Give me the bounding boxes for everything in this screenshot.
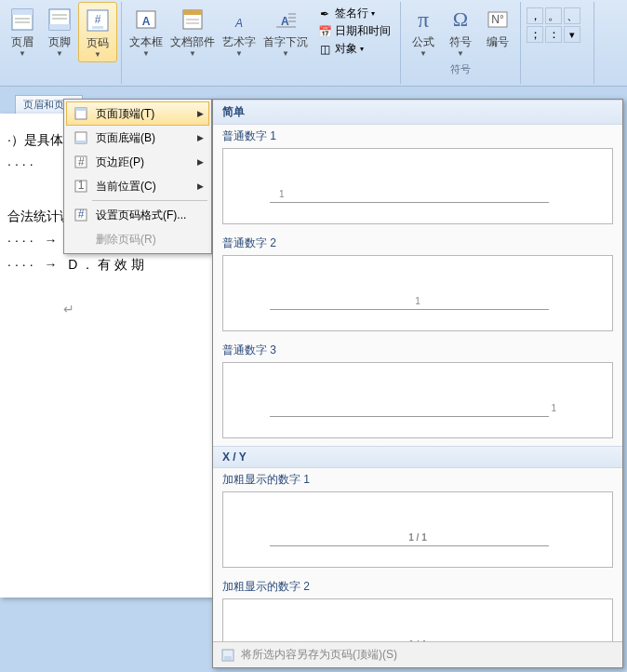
format-icon: # — [72, 207, 90, 223]
signature-button[interactable]: ✒签名行▾ — [314, 5, 394, 22]
wordart-button[interactable]: A 艺术字 ▼ — [219, 2, 260, 60]
chevron-down-icon: ▼ — [19, 49, 26, 58]
chevron-down-icon: ▼ — [235, 49, 243, 58]
svg-text:#: # — [78, 155, 85, 168]
number-button[interactable]: N° 编号 — [479, 2, 516, 60]
footer-button[interactable]: 页脚 ▼ — [41, 2, 78, 62]
menu-separator — [92, 200, 207, 201]
group-symbols: π 公式 ▼ Ω 符号 ▼ N° 编号 符号 — [401, 2, 521, 84]
dropcap-button[interactable]: A 首字下沉 ▼ — [260, 2, 312, 60]
pagenum-icon: # — [83, 6, 113, 35]
punct-more[interactable]: ▾ — [564, 26, 580, 43]
svg-rect-10 — [92, 26, 103, 29]
dropcap-icon: A — [271, 5, 300, 34]
header-icon — [7, 5, 37, 34]
svg-text:#: # — [95, 13, 101, 26]
number-label: 编号 — [487, 36, 509, 48]
svg-text:N°: N° — [491, 13, 504, 26]
gallery-scroll[interactable]: 简单 普通数字 1 1 普通数字 2 1 普通数字 3 1 X / Y 加粗显示… — [213, 100, 622, 641]
menu-current-pos[interactable]: 1 当前位置(C) ▶ — [66, 174, 209, 198]
signature-label: 签名行 — [335, 6, 368, 21]
punct-period-cn[interactable]: 。 — [545, 7, 562, 24]
menu-format-pagenum[interactable]: # 设置页码格式(F)... — [66, 203, 209, 227]
svg-text:1: 1 — [78, 179, 85, 192]
symbol-label: 符号 — [449, 36, 472, 48]
symbol-button[interactable]: Ω 符号 ▼ — [442, 2, 479, 60]
object-icon: ◫ — [317, 42, 332, 57]
page-margin-icon: # — [72, 154, 90, 170]
gallery-footer-label: 将所选内容另存为页码(顶端)(S) — [241, 647, 397, 663]
gallery-item-label: 普通数字 2 — [213, 232, 622, 253]
ribbon: 页眉 ▼ 页脚 ▼ # 页码 ▼ A 文本框 ▼ 文档部件 — [0, 0, 627, 87]
wordart-label: 艺术字 — [222, 36, 256, 48]
save-icon — [220, 648, 235, 663]
menu-label: 页面底端(B) — [96, 130, 197, 146]
gallery-item-bold2[interactable]: 1 / 1 — [222, 598, 613, 641]
punct-pause[interactable]: 、 — [564, 7, 580, 24]
svg-rect-14 — [183, 10, 202, 15]
chevron-down-icon: ▼ — [457, 49, 464, 58]
menu-remove-pagenum[interactable]: 删除页码(R) — [66, 227, 209, 251]
chevron-down-icon: ▼ — [94, 50, 101, 59]
svg-rect-5 — [49, 24, 70, 30]
header-button[interactable]: 页眉 ▼ — [4, 2, 41, 62]
group-headerfooter: 页眉 ▼ 页脚 ▼ # 页码 ▼ — [0, 2, 122, 84]
gallery-item-label: 普通数字 1 — [213, 125, 622, 146]
object-button[interactable]: ◫对象▾ — [314, 40, 394, 58]
datetime-label: 日期和时间 — [335, 23, 391, 39]
symbol-icon: Ω — [446, 5, 475, 34]
menu-page-bottom[interactable]: 页面底端(B) ▶ — [66, 126, 209, 150]
chevron-right-icon: ▶ — [197, 181, 204, 191]
wordart-icon: A — [224, 5, 254, 34]
svg-rect-26 — [75, 108, 87, 111]
gallery-item-plain3[interactable]: 1 — [222, 362, 613, 438]
menu-label: 当前位置(C) — [96, 179, 197, 195]
menu-page-top[interactable]: 页面顶端(T) ▶ — [66, 101, 209, 126]
parts-icon — [178, 5, 207, 34]
punct-semicolon[interactable]: ； — [527, 26, 543, 43]
symbols-group-label: 符号 — [450, 60, 471, 76]
menu-label: 设置页码格式(F)... — [96, 208, 204, 223]
chevron-down-icon: ▼ — [420, 49, 427, 58]
chevron-down-icon: ▼ — [56, 49, 63, 58]
gallery-item-label: 加粗显示的数字 2 — [213, 575, 622, 597]
pagenum-label: 页码 — [87, 37, 109, 49]
current-pos-icon: 1 — [72, 178, 90, 195]
svg-text:A: A — [281, 15, 289, 28]
parts-label: 文档部件 — [170, 36, 215, 48]
pagenum-gallery: 简单 普通数字 1 1 普通数字 2 1 普通数字 3 1 X / Y 加粗显示… — [212, 99, 623, 668]
punct-colon[interactable]: ： — [545, 26, 562, 43]
object-label: 对象 — [335, 41, 357, 57]
gallery-item-bold1[interactable]: 1 / 1 — [222, 491, 613, 568]
header-label: 页眉 — [11, 36, 33, 48]
gallery-item-plain2[interactable]: 1 — [222, 255, 613, 331]
chevron-down-icon: ▼ — [282, 49, 289, 58]
gallery-item-plain1[interactable]: 1 — [222, 148, 613, 224]
dropcap-label: 首字下沉 — [263, 36, 308, 48]
datetime-button[interactable]: 📅日期和时间 — [314, 22, 394, 40]
menu-label: 删除页码(R) — [96, 232, 204, 248]
chevron-right-icon: ▶ — [197, 109, 204, 118]
equation-button[interactable]: π 公式 ▼ — [405, 2, 442, 60]
page-top-icon — [72, 105, 90, 122]
chevron-right-icon: ▶ — [197, 157, 204, 167]
menu-page-margin[interactable]: # 页边距(P) ▶ — [66, 150, 209, 174]
gallery-category: 简单 — [213, 100, 622, 125]
punct-comma-cn[interactable]: ， — [527, 7, 543, 24]
number-icon: N° — [483, 5, 513, 34]
pagenum-button[interactable]: # 页码 ▼ — [78, 2, 117, 62]
menu-label: 页面顶端(T) — [96, 106, 197, 122]
pagenum-submenu: 页面顶端(T) ▶ 页面底端(B) ▶ # 页边距(P) ▶ 1 当前位置(C)… — [63, 99, 212, 254]
parts-button[interactable]: 文档部件 ▼ — [167, 2, 219, 60]
svg-rect-1 — [12, 9, 33, 15]
textbox-icon: A — [131, 5, 161, 34]
remove-icon — [72, 231, 90, 248]
gallery-item-label: 加粗显示的数字 1 — [213, 468, 622, 490]
equation-icon: π — [408, 5, 438, 34]
textbox-button[interactable]: A 文本框 ▼ — [126, 2, 167, 60]
paragraph-mark: ↵ — [63, 302, 207, 316]
gallery-save-selection: 将所选内容另存为页码(顶端)(S) — [213, 641, 622, 667]
group-text: A 文本框 ▼ 文档部件 ▼ A 艺术字 ▼ A 首字下沉 ▼ ✒签名行▾ � — [122, 2, 401, 84]
svg-text:#: # — [78, 208, 85, 221]
page-bottom-icon — [72, 129, 90, 146]
